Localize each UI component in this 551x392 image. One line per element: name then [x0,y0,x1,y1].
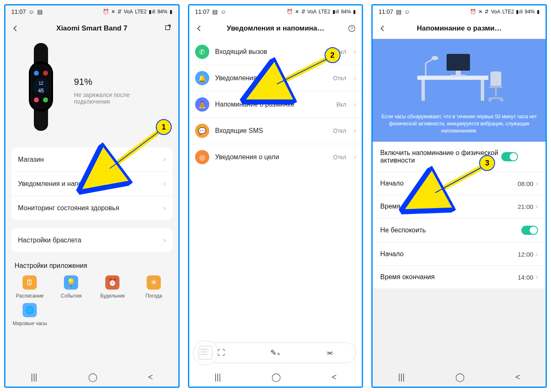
row-end2[interactable]: Время окончания 14:00 › [373,265,546,288]
chevron-right-icon: › [354,48,356,56]
banner-text: Если часы обнаруживают, что в течение пе… [378,113,540,134]
share-button[interactable]: ⫘ [326,349,333,357]
edit-button[interactable]: ✎₊ [270,348,281,357]
back-button[interactable] [378,23,388,33]
back-button[interactable] [10,23,20,33]
chevron-left-icon [379,25,386,32]
alarm-icon: ⏰ [287,9,293,15]
row-dnd[interactable]: Не беспокоить [373,218,546,242]
nav-recents[interactable]: ||| [214,372,221,382]
share-button[interactable] [163,23,173,33]
row-value: 08:00 [518,180,533,187]
alarm-icon: ⏰ [103,9,109,15]
menu-group-2: Настройки браслета › [11,228,173,252]
row-label: Время окончания [380,273,518,281]
svg-point-6 [34,71,39,76]
row-end1[interactable]: Время окончания 21:00 › [373,195,546,218]
chevron-right-icon: › [163,204,166,212]
help-icon: ? [348,24,356,33]
app-weather[interactable]: ☀ Погода [135,275,173,299]
nav-back[interactable]: < [148,372,153,382]
phone-icon: ✆ [195,45,209,59]
app-schedule[interactable]: 🗓 Расписание [11,275,48,299]
toggle-on[interactable] [521,226,538,235]
svg-rect-32 [489,86,503,88]
nav-back[interactable]: < [515,372,521,382]
screenshot-thumb[interactable] [193,340,218,365]
sun-icon: ☀ [147,275,161,290]
help-button[interactable]: ? [347,23,357,33]
row-bracelet-settings[interactable]: Настройки браслета › [11,228,173,252]
toggle-on[interactable] [501,152,518,161]
chevron-right-icon: › [163,155,166,164]
chevron-right-icon: › [354,101,356,108]
svg-rect-27 [451,75,466,76]
phone-3: 11:07 ▤ ☺ ⏰ ✕ ⇵ VoA LTE2 ▮ıll 94% ▮ Напо… [371,4,547,388]
chevron-left-icon [12,25,19,32]
row-stretch-reminder[interactable]: 🧘 Напоминание о разминке Вкл › [189,91,362,117]
nav-home[interactable]: ◯ [272,372,281,382]
svg-line-29 [426,59,433,63]
target-icon: ◎ [195,150,209,164]
svg-point-36 [500,98,503,102]
row-incoming-sms[interactable]: 💬 Входящие SMS Откл › [189,117,362,144]
crop-button[interactable]: ⛶ [218,349,225,357]
nav-home[interactable]: ◯ [455,372,465,382]
row-label: Напоминание о разминке [215,101,331,108]
viber-icon: ☺ [404,9,410,15]
thumbnail-icon [196,344,215,362]
status-bar: 11:07 ▤ ☺ ⏰ ✕ ⇵ VoA LTE2 ▮ıll 94% ▮ [189,5,362,18]
row-enable-reminder[interactable]: Включить напоминание о физической активн… [373,142,546,172]
bulb-icon: 💡 [64,275,78,290]
row-notifications[interactable]: Уведомления и напоминания › [11,171,173,196]
chevron-right-icon: › [354,127,356,135]
row-label: Включить напоминание о физической активн… [380,149,501,164]
app-events[interactable]: 💡 События [53,275,90,299]
notification-list: ✆ Входящий вызов Откл › 🔔 Уведомления От… [189,39,362,170]
row-status: Откл [333,75,346,81]
chevron-right-icon: › [354,74,356,82]
chevron-right-icon: › [536,250,538,258]
app-settings-head: Настройки приложения [5,256,178,270]
row-store-label: Магазин [18,156,44,163]
page-title: Xiaomi Smart Band 7 [24,24,160,33]
nav-recents[interactable]: ||| [31,372,38,382]
app-alarm-label: Будильник [100,293,125,299]
system-nav-bar: ||| ◯ < [373,367,546,387]
app-weather-label: Погода [145,293,162,299]
svg-point-7 [43,71,48,76]
info-banner: Если часы обнаруживают, что в течение пе… [373,39,546,142]
lte-label: LTE2 [503,9,514,15]
status-time: 11:07 [11,8,26,15]
globe-icon: 🌐 [23,303,37,317]
watch-icon: 12 45 [18,43,64,131]
row-value: 14:00 [518,274,533,281]
app-alarm[interactable]: ⏰ Будильник [94,275,131,299]
row-label: Начало [380,180,518,187]
row-store[interactable]: Магазин › [11,148,173,171]
row-health[interactable]: Мониторинг состояния здоровья › [11,196,173,220]
nav-back[interactable]: < [332,372,337,382]
device-battery: 91% [74,69,141,89]
pct-suffix: % [84,76,92,87]
app-worldclock[interactable]: 🌐 Мировые часы [11,303,48,326]
battery-icon: ▮ [353,9,356,15]
row-start2[interactable]: Начало 12:00 › [373,242,546,265]
signal-icon: ▮ıll [149,9,155,15]
image-icon: ▤ [37,9,43,15]
share-out-icon [164,24,173,33]
battery-icon: ▮ [537,9,540,15]
nav-recents[interactable]: ||| [398,372,405,382]
charge-note: Не заряжался после подключения [74,92,141,105]
mute-icon: ✕ [111,9,115,15]
row-incoming-call[interactable]: ✆ Входящий вызов Откл › [189,39,362,65]
row-start1[interactable]: Начало 08:00 › [373,172,546,195]
back-button[interactable] [194,23,204,33]
row-label: Время окончания [380,203,518,210]
row-notifications[interactable]: 🔔 Уведомления Откл › [189,65,362,91]
header: Уведомления и напомина… ? [189,18,362,39]
row-label: Начало [380,250,518,258]
nav-home[interactable]: ◯ [88,372,97,382]
row-status: Откл [333,127,346,134]
row-goal-notifications[interactable]: ◎ Уведомления о цели Откл › [189,144,362,170]
